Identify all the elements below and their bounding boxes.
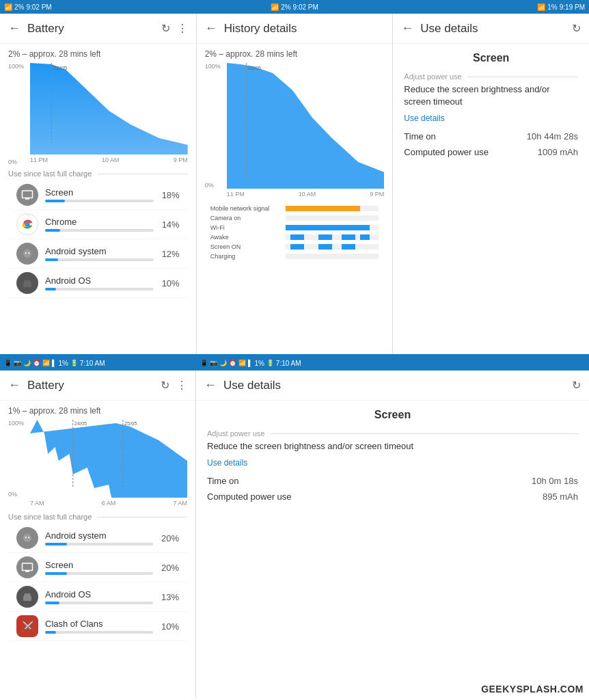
app-name-screen-2: Screen [45,560,153,570]
x-label-9pm: 9 PM [174,157,188,163]
app-percent-screen-2: 20% [159,563,179,573]
svg-marker-10 [227,63,385,189]
time-on-value-2: 10h 0m 18s [532,476,578,486]
android-system-icon-2 [16,527,38,549]
app-bar-fill-android-os-2 [45,602,59,604]
refresh-icon-1[interactable]: ↻ [161,22,170,35]
app-item-android-system-2: Android system 20% [8,524,187,553]
panel2-content: 2% – approx. 28 mins left 100% 0% 22/05 … [197,44,393,271]
computed-value-2: 895 mAh [543,492,578,502]
panel2-title: History details [224,22,385,36]
more-icon-bottom[interactable]: ⋮ [176,379,187,392]
bottom-right-title: Use details [223,379,572,392]
more-icon-1[interactable]: ⋮ [177,22,188,35]
time-on-row-2: Time on 10h 0m 18s [207,476,578,486]
section-divider-1: Use since last full charge [8,170,188,178]
tl-label-wifi: Wi-Fi [210,224,286,231]
app-bar-bg-screen-2 [45,572,153,575]
screen-title-1: Screen [404,52,578,64]
app-name-android-system-1: Android system [45,246,154,256]
tl-bar-charging [286,254,379,259]
bottom-x-7am-start: 7 AM [30,500,44,507]
mid-battery-icon-r: 🔋 [266,360,274,366]
refresh-icon-bottom[interactable]: ↻ [161,379,169,392]
svg-point-22 [25,593,28,597]
time-on-label-2: Time on [207,476,238,486]
mid-notif-icon-r1: 📱 [200,360,208,366]
signal-icon-mid: 📶 [271,3,279,11]
mid-status-left: 📱 📷 🌙 ⏰ 📶 ▌ 1% 🔋 7:10 AM [0,360,196,367]
panel1-content: 2% – approx. 28 mins left 100% 0% [0,44,196,304]
app-info-android-os-1: Android OS [45,275,154,291]
panel1-header: ← Battery ↻ ⋮ [0,14,196,44]
timeline-charging: Charging [210,253,379,260]
panel3-header: ← Use details ↻ [393,14,589,44]
svg-point-5 [25,252,27,254]
signal-icon-left: 📶 [4,3,12,11]
bottom-x-6am: 6 AM [102,500,116,507]
clash-icon: ⚔️ [16,615,38,637]
time-on-label-1: Time on [404,131,435,142]
app-bar-bg-chrome [45,229,154,232]
panel-history: ← History details 2% – approx. 28 mins l… [197,14,394,354]
history-svg: 22/05 [227,63,385,189]
back-button-3[interactable]: ← [401,21,413,36]
app-bar-bg-android-os-2 [45,602,153,604]
app-bar-fill-screen-1 [45,200,65,202]
refresh-icon-br[interactable]: ↻ [572,379,581,392]
battery-status-2: 2% – approx. 28 mins left [205,49,385,59]
app-bar-bg-android-system-1 [45,258,154,261]
back-button-bottom[interactable]: ← [8,378,20,392]
back-button-1[interactable]: ← [8,21,20,36]
hist-x-9pm: 9 PM [370,191,384,198]
bottom-panel-icons: ↻ ⋮ [161,379,187,392]
svg-point-18 [23,534,31,542]
svg-marker-0 [30,63,188,154]
computed-row-2: Computed power use 895 mAh [207,492,578,502]
tl-label-screen-on: Screen ON [210,243,286,250]
mid-wifi-icon: 📶 [42,360,50,366]
app-bar-fill-android-system-2 [45,543,67,546]
back-button-2[interactable]: ← [205,21,217,36]
app-bar-fill-clash [45,631,56,634]
timeline-camera: Camera on [210,215,379,221]
time-left: 9:02 PM [26,3,51,11]
app-info-screen-2: Screen [45,560,153,575]
timeline-awake: Awake [210,234,379,241]
svg-text:24/05: 24/05 [74,421,87,427]
bottom-battery-content: 1% – approx. 28 mins left 100% 0% 24/05 … [0,401,195,647]
use-details-link-2[interactable]: Use details [207,458,578,468]
mid-signal-icon: ▌ [52,360,56,366]
app-bar-bg-clash [45,631,153,634]
panel1-icons: ↻ ⋮ [161,22,188,35]
panel1-title: Battery [27,22,161,36]
adjust-text-1: Reduce the screen brightness and/or scre… [404,83,578,108]
app-name-chrome: Chrome [45,217,154,227]
x-label-11pm: 11 PM [30,157,48,163]
chart-x-labels-1: 11 PM 10 AM 9 PM [30,154,188,165]
tl-bar-camera [286,215,379,221]
app-bar-bg-android-system-2 [45,543,153,546]
signal-icon-right: 📶 [537,3,545,11]
use-details-link-1[interactable]: Use details [404,113,578,123]
mid-alarm-icon: ⏰ [33,360,40,366]
app-bar-bg-android-os-1 [45,288,154,291]
mid-status-bar: 📱 📷 🌙 ⏰ 📶 ▌ 1% 🔋 7:10 AM 📱 📷 🌙 ⏰ 📶 ▌ 1% … [0,355,589,371]
adjust-label-1: Adjust power use [404,72,578,81]
refresh-icon-3[interactable]: ↻ [572,22,581,35]
tl-bar-mobile [286,206,379,211]
app-name-clash: Clash of Clans [45,619,153,629]
app-bar-fill-android-system-1 [45,258,58,261]
mid-battery-icon-l: 🔋 [70,360,78,366]
back-button-br[interactable]: ← [204,378,217,392]
app-percent-android-os-2: 13% [159,592,179,602]
time-right: 9:19 PM [560,3,585,11]
android-os-icon-2 [16,586,38,608]
chrome-icon [16,213,38,235]
mid-moon-icon: 🌙 [23,360,31,366]
app-percent-android-os-1: 10% [159,278,180,288]
bottom-left-panel: ← Battery ↻ ⋮ 1% – approx. 28 mins left … [0,371,196,699]
mid-battery-right: 1% [254,360,264,367]
mid-moon-icon-r: 🌙 [219,360,227,366]
hist-x-10am: 10 AM [299,191,316,198]
